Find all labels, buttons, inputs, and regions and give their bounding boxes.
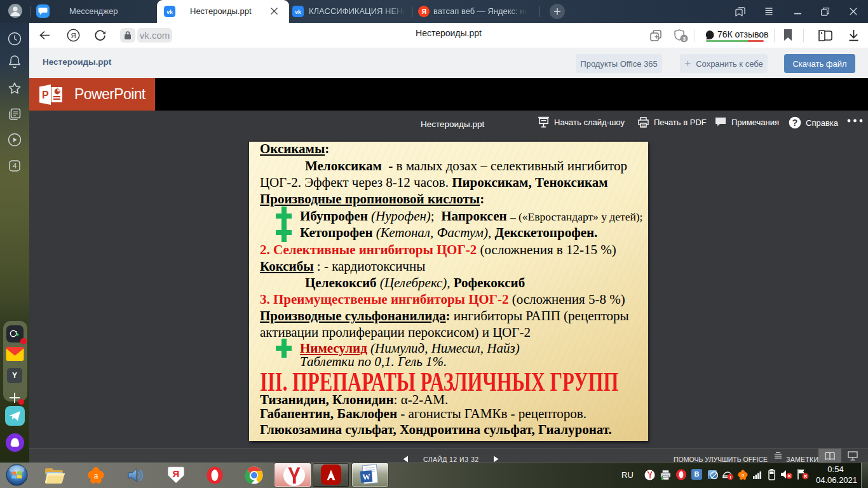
svg-text:vk: vk bbox=[166, 9, 173, 15]
svg-text:Я: Я bbox=[421, 8, 426, 15]
svg-text:W: W bbox=[362, 472, 371, 482]
svg-text:a: a bbox=[94, 471, 98, 480]
svg-text:a: a bbox=[742, 472, 745, 478]
svg-text:P: P bbox=[42, 90, 49, 100]
svg-text:3: 3 bbox=[682, 36, 686, 42]
svg-text:!: ! bbox=[729, 475, 731, 480]
svg-text:4: 4 bbox=[13, 162, 17, 170]
svg-text:vk: vk bbox=[295, 9, 301, 15]
svg-text:?: ? bbox=[792, 118, 798, 128]
svg-text:Я: Я bbox=[173, 468, 180, 479]
